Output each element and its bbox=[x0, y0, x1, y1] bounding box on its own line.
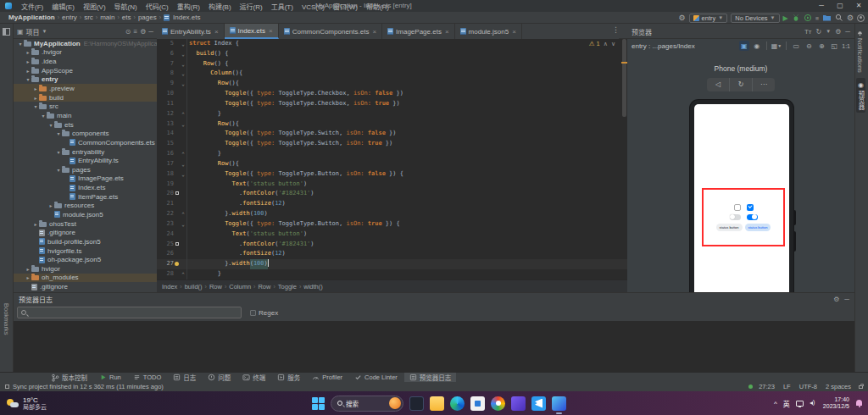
tree-item-module.json5[interactable]: module.json5 bbox=[14, 210, 157, 219]
code-line-15[interactable]: 15 Toggle({ type: ToggleType.Switch, isO… bbox=[157, 139, 627, 149]
zoom-in-icon[interactable]: ⊕ bbox=[816, 41, 826, 51]
code-line-27[interactable]: 27 }.width(100) bbox=[157, 259, 627, 269]
caret-position[interactable]: 27:23 bbox=[756, 383, 777, 390]
chevron-icon[interactable]: ▸ bbox=[32, 86, 39, 91]
fold-marker-icon[interactable] bbox=[180, 139, 187, 149]
fold-marker-icon[interactable] bbox=[180, 189, 187, 199]
filter-icon[interactable]: ▼ bbox=[826, 29, 831, 34]
tree-item-EntryAbility.ts[interactable]: EntryAbility.ts bbox=[14, 156, 157, 165]
tree-item-ets[interactable]: ▾ ets bbox=[14, 120, 157, 130]
menu-item-1[interactable]: 编辑(E) bbox=[47, 3, 79, 11]
tab-ImagePage.ets[interactable]: ImagePage.ets × bbox=[382, 24, 454, 39]
locate-file-icon[interactable]: ⊙ bbox=[125, 28, 131, 36]
code-line-19[interactable]: 19 Text('status button') bbox=[157, 180, 627, 190]
tool-window-tab-Run[interactable]: Run bbox=[94, 373, 126, 383]
fold-marker-icon[interactable] bbox=[180, 99, 187, 109]
fold-marker-icon[interactable]: ⌄ bbox=[180, 169, 187, 180]
code-line-24[interactable]: 24 Text('status button') bbox=[157, 230, 627, 240]
readonly-lock-icon[interactable] bbox=[859, 385, 863, 389]
chevron-icon[interactable]: ▾ bbox=[47, 122, 54, 128]
tool-window-tab-日志[interactable]: 日志 bbox=[168, 373, 201, 383]
tree-item-hvigor[interactable]: ▸ hvigor bbox=[14, 264, 157, 274]
run-config-selector[interactable]: entry▼ bbox=[689, 14, 728, 23]
code-line-26[interactable]: 26 .fontSize(12) bbox=[157, 249, 627, 259]
account-avatar[interactable] bbox=[857, 14, 865, 22]
chevron-icon[interactable]: ▸ bbox=[25, 58, 31, 64]
edge-icon[interactable] bbox=[450, 396, 465, 411]
tree-item-CommonComponents.ets[interactable]: CommonComponents.ets bbox=[14, 138, 157, 147]
switch-off[interactable] bbox=[730, 214, 741, 220]
line-number[interactable]: 23 bbox=[157, 219, 174, 230]
run-button[interactable]: ▶ bbox=[783, 14, 788, 22]
fit-screen-icon[interactable]: ◱ bbox=[829, 41, 839, 51]
fold-marker-icon[interactable]: ⌄ bbox=[180, 159, 187, 169]
event-log-icon[interactable] bbox=[5, 385, 9, 389]
tool-window-tab-Code Linter[interactable]: Code Linter bbox=[349, 373, 403, 383]
collapse-all-icon[interactable]: ≡ bbox=[133, 28, 137, 36]
minimize-button[interactable]: ─ bbox=[812, 0, 831, 12]
menu-item-7[interactable]: 运行(R) bbox=[236, 3, 267, 11]
right-strip-tab-预览器[interactable]: ◉预览器 bbox=[856, 78, 865, 113]
ime-indicator[interactable]: 英 bbox=[783, 399, 790, 408]
code-line-10[interactable]: 10 Toggle({ type: ToggleType.Checkbox, i… bbox=[157, 89, 627, 99]
close-icon[interactable]: × bbox=[214, 28, 219, 36]
close-icon[interactable]: × bbox=[269, 27, 273, 35]
profile-button[interactable] bbox=[804, 14, 812, 22]
refresh-icon[interactable]: ↻ bbox=[816, 28, 822, 36]
store-icon[interactable] bbox=[470, 396, 485, 411]
bookmarks-stripe-tab[interactable]: Bookmarks bbox=[3, 303, 10, 335]
code-line-14[interactable]: 14 Toggle({ type: ToggleType.Switch, isO… bbox=[157, 129, 627, 139]
tree-item-main[interactable]: ▾ main bbox=[14, 111, 157, 120]
line-number[interactable]: 26 bbox=[157, 249, 174, 259]
line-number[interactable]: 17 bbox=[157, 159, 174, 169]
tree-item-entryability[interactable]: ▾ entryability bbox=[14, 147, 157, 157]
line-number[interactable]: 27 bbox=[157, 259, 174, 269]
file-encoding[interactable]: UTF-8 bbox=[797, 383, 820, 390]
tree-item-Index.ets[interactable]: Index.ets bbox=[14, 183, 157, 192]
tree-item-ImagePage.ets[interactable]: ImagePage.ets bbox=[14, 174, 157, 184]
tab-EntryAbility.ts[interactable]: EntryAbility.ts × bbox=[157, 24, 225, 39]
code-line-28[interactable]: 28 ⌃ } bbox=[157, 269, 627, 279]
tab-Index.ets[interactable]: Index.ets × bbox=[225, 24, 279, 39]
breadcrumb-item-ets[interactable]: ets bbox=[120, 14, 133, 21]
line-number[interactable]: 24 bbox=[157, 230, 174, 240]
tool-window-tab-问题[interactable]: 问题 bbox=[203, 373, 236, 383]
line-number[interactable]: 19 bbox=[157, 180, 174, 190]
regex-checkbox[interactable] bbox=[250, 310, 256, 316]
tree-item-.gitignore[interactable]: .gitignore bbox=[14, 282, 157, 291]
task-view-icon[interactable] bbox=[409, 396, 424, 411]
code-line-13[interactable]: 13 ⌄ Row(){ bbox=[157, 119, 627, 130]
tree-item-.idea[interactable]: ▸ .idea bbox=[14, 57, 157, 66]
code-line-9[interactable]: 9 ⌄ Row(){ bbox=[157, 79, 627, 89]
code-editor[interactable]: 5 ⌄struct Index { 6 ⌄ build() { 7 ⌄ Row(… bbox=[157, 39, 627, 279]
menu-item-6[interactable]: 构建(B) bbox=[204, 3, 236, 11]
tool-window-tab-TODO[interactable]: TODO bbox=[128, 373, 167, 383]
frame-icon[interactable]: ▭ bbox=[791, 41, 801, 51]
tree-item-oh-package.json5[interactable]: oh-package.json5 bbox=[14, 255, 157, 264]
font-scale-icon[interactable]: Tт bbox=[804, 28, 812, 36]
menu-item-3[interactable]: 导航(N) bbox=[110, 3, 142, 11]
tool-window-tab-服务[interactable]: 服务 bbox=[272, 373, 305, 383]
next-problem-icon[interactable]: ∨ bbox=[611, 41, 615, 47]
deveco-studio-icon[interactable] bbox=[552, 396, 566, 411]
breadcrumb-item-pages[interactable]: pages bbox=[136, 14, 159, 21]
panel-settings-icon[interactable]: ⚙ bbox=[140, 28, 146, 36]
fold-marker-icon[interactable] bbox=[180, 249, 187, 259]
maximize-button[interactable]: ▢ bbox=[831, 0, 849, 12]
hide-panel-icon[interactable]: ─ bbox=[148, 28, 153, 36]
breadcrumb-item-entry[interactable]: entry bbox=[60, 14, 79, 21]
close-icon[interactable]: × bbox=[512, 28, 516, 36]
tab-module.json5[interactable]: module.json5 × bbox=[455, 24, 522, 39]
vscode-icon[interactable] bbox=[531, 396, 546, 411]
editor-mark-icon[interactable] bbox=[175, 242, 179, 246]
chevron-icon[interactable]: ▸ bbox=[47, 202, 54, 208]
project-panel-title[interactable]: 项目 bbox=[26, 27, 40, 36]
fold-marker-icon[interactable]: ⌃ bbox=[180, 269, 187, 279]
fold-marker-icon[interactable]: ⌃ bbox=[180, 209, 187, 219]
debug-button[interactable] bbox=[792, 14, 800, 22]
editor-breadcrumb-Column[interactable]: Column bbox=[229, 283, 251, 290]
rotate-icon[interactable]: ↻ bbox=[730, 78, 753, 91]
fold-marker-icon[interactable]: ⌄ bbox=[180, 119, 187, 130]
line-number[interactable]: 16 bbox=[157, 149, 174, 159]
checkbox-unchecked[interactable] bbox=[734, 204, 741, 211]
